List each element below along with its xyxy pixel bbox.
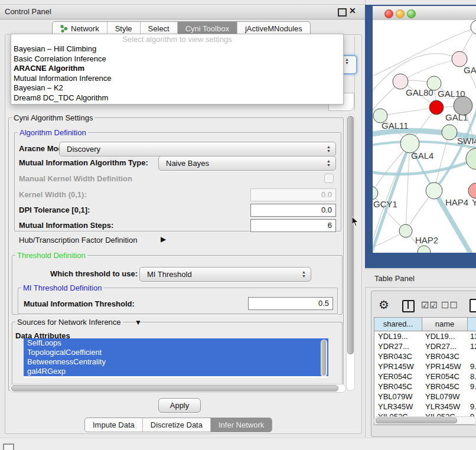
network-node-label-hap4: HAP4 xyxy=(445,197,468,207)
table-cell[interactable]: YDR27... xyxy=(374,341,422,351)
table-cell[interactable]: YLR345W xyxy=(422,402,467,412)
kernel-width-label: Kernel Width (0,1): xyxy=(19,190,87,199)
table-cell[interactable]: 12 xyxy=(467,341,476,351)
table-cell[interactable] xyxy=(467,351,476,361)
network-node-y[interactable] xyxy=(468,183,476,198)
network-node-gcy1[interactable] xyxy=(373,187,378,200)
minimized-panel-icon[interactable] xyxy=(3,444,14,450)
bottom-tab-impute-data[interactable]: Impute Data xyxy=(85,418,142,432)
settings-vertical-scrollbar[interactable] xyxy=(346,114,355,391)
table-cell[interactable]: 8. xyxy=(467,371,476,381)
collapse-triangle-icon[interactable]: ▼ xyxy=(135,318,142,327)
table-cell[interactable]: YDL19... xyxy=(374,331,422,341)
sources-group-title[interactable]: Sources for Network Inference xyxy=(15,318,123,327)
mi-steps-input[interactable]: 6 xyxy=(250,219,336,232)
control-panel-title: Control Panel xyxy=(5,7,51,16)
scrollbar-thumb[interactable] xyxy=(321,340,326,376)
network-node-swi4[interactable] xyxy=(442,125,457,140)
algorithm-option-basic-correlation-inference[interactable]: Basic Correlation Inference xyxy=(11,54,343,64)
table-cell[interactable]: YBR045C xyxy=(374,381,422,392)
table-cell[interactable]: YER054C xyxy=(374,371,422,381)
table-horizontal-scrollbar[interactable] xyxy=(374,416,476,425)
table-cell[interactable]: YPR145W xyxy=(374,361,422,371)
zoom-traffic-light[interactable] xyxy=(407,9,416,18)
table-cell[interactable]: YBR045C xyxy=(422,381,467,392)
table-cell[interactable]: YDL19... xyxy=(422,331,467,341)
column-header-name[interactable]: name xyxy=(422,318,468,331)
table-cell[interactable]: YER054C xyxy=(422,371,467,381)
hub-definition-label[interactable]: Hub/Transcription Factor Definition xyxy=(19,236,137,244)
close-icon[interactable]: ✕ xyxy=(349,6,356,15)
bottom-tab-infer-network[interactable]: Infer Network xyxy=(210,418,272,432)
mi-threshold-input[interactable]: 0.5 xyxy=(248,297,333,310)
table-cell[interactable]: 13 xyxy=(467,331,476,341)
data-attribute-item-selfloops[interactable]: SelfLoops xyxy=(24,338,328,348)
table-cell[interactable]: 9. xyxy=(467,361,476,371)
kernel-width-input[interactable]: 0.0 xyxy=(250,188,336,201)
bottom-tab-discretize-data[interactable]: Discretize Data xyxy=(142,418,210,432)
data-attributes-list[interactable]: SelfLoopsTopologicalCoefficientBetweenne… xyxy=(24,338,328,378)
data-attribute-item-topologicalcoefficient[interactable]: TopologicalCoefficient xyxy=(24,348,328,357)
mi-type-select[interactable]: Naive Bayes ▲▼ xyxy=(158,156,336,171)
aracne-mode-select[interactable]: Discovery ▲▼ xyxy=(59,142,336,156)
algorithm-combobox-fragment[interactable]: ▲▼ xyxy=(341,55,357,74)
scrollbar-thumb[interactable] xyxy=(347,116,354,354)
column-header-a[interactable]: A xyxy=(468,318,476,331)
unselect-all-columns-icon[interactable]: ☐☐ xyxy=(441,300,458,311)
algorithm-option-bayesian-k2[interactable]: Bayesian – K2 xyxy=(11,83,343,93)
table-cell[interactable] xyxy=(467,392,476,402)
mi-steps-label: Mutual Information Steps: xyxy=(19,221,113,230)
table-panel-titlebar[interactable]: Table Panel xyxy=(365,269,476,288)
apply-button[interactable]: Apply xyxy=(158,398,201,413)
network-icon xyxy=(60,25,68,32)
table-panel-title: Table Panel xyxy=(374,274,415,283)
data-attribute-item-betweennesscentrality[interactable]: BetweennessCentrality xyxy=(24,357,328,367)
table-cell[interactable]: YBR043C xyxy=(374,351,422,361)
algorithm-popup-prompt: Select algorithm to view settings xyxy=(11,34,343,44)
algorithm-option-aracne-algorithm[interactable]: ARACNE Algorithm xyxy=(11,64,343,74)
network-window-titlebar[interactable] xyxy=(373,6,476,21)
table-cell[interactable]: YBL079W xyxy=(422,392,467,402)
settings-horizontal-scrollbar[interactable] xyxy=(9,384,346,393)
table-row-1: YDR27...YDR27...12 xyxy=(374,341,476,351)
manual-kernel-checkbox[interactable] xyxy=(324,174,334,183)
export-table-icon[interactable] xyxy=(470,299,476,312)
algorithm-dropdown-popup: Select algorithm to view settings Bayesi… xyxy=(11,34,344,105)
control-panel-titlebar[interactable]: Control Panel ✕ xyxy=(0,4,365,19)
manual-kernel-label: Manual Kernel Width Definition xyxy=(19,174,132,183)
algorithm-option-dream8-dc-tdc-algorithm[interactable]: Dream8 DC_TDC Algorithm xyxy=(11,93,343,103)
float-window-icon[interactable] xyxy=(338,8,347,17)
close-traffic-light[interactable] xyxy=(384,9,393,18)
algorithm-option-bayesian-hill-climbing[interactable]: Bayesian – Hill Climbing xyxy=(11,44,343,54)
column-header-shared[interactable]: shared... xyxy=(374,318,422,331)
network-node[interactable] xyxy=(466,148,476,169)
expand-triangle-icon[interactable]: ▶ xyxy=(161,235,166,243)
which-threshold-select[interactable]: MI Threshold ▲▼ xyxy=(139,267,311,282)
minimize-traffic-light[interactable] xyxy=(396,9,405,18)
scrollbar-thumb[interactable] xyxy=(11,385,338,392)
spinner-icon: ▲▼ xyxy=(327,145,331,153)
network-edge[interactable] xyxy=(380,107,436,116)
attributes-scrollbar[interactable] xyxy=(321,340,327,377)
scrollbar-thumb[interactable] xyxy=(376,418,457,423)
table-cell[interactable]: YDR27... xyxy=(422,341,467,351)
network-node-hap2[interactable] xyxy=(399,224,412,237)
table-cell[interactable]: 9. xyxy=(467,402,476,412)
network-view-window[interactable]: GALGAL80GAL10GAL1GAL11SWI4GAL4GCY1HAP4YH… xyxy=(365,5,476,268)
data-attribute-item-gal4rgexp[interactable]: gal4RGexp xyxy=(24,367,328,376)
select-all-columns-icon[interactable]: ☑☑ xyxy=(421,300,438,311)
table-cell[interactable]: 9. xyxy=(467,381,476,392)
show-columns-icon[interactable] xyxy=(402,300,415,312)
table-cell[interactable]: YPR145W xyxy=(422,361,467,371)
network-node-label-gal80: GAL80 xyxy=(406,87,433,97)
network-canvas[interactable]: GALGAL80GAL10GAL1GAL11SWI4GAL4GCY1HAP4YH… xyxy=(373,20,476,253)
gear-icon[interactable]: ⚙ xyxy=(379,298,389,312)
network-node-hap4[interactable] xyxy=(426,182,442,199)
algorithm-option-mutual-information-inference[interactable]: Mutual Information Inference xyxy=(11,74,343,84)
dpi-tolerance-input[interactable]: 0.0 xyxy=(250,204,336,217)
table-cell[interactable]: YBL079W xyxy=(374,392,422,402)
network-node[interactable] xyxy=(471,20,476,34)
network-node-gal1[interactable] xyxy=(429,100,444,115)
table-cell[interactable]: YLR345W xyxy=(374,402,422,412)
table-cell[interactable]: YBR043C xyxy=(422,351,467,361)
